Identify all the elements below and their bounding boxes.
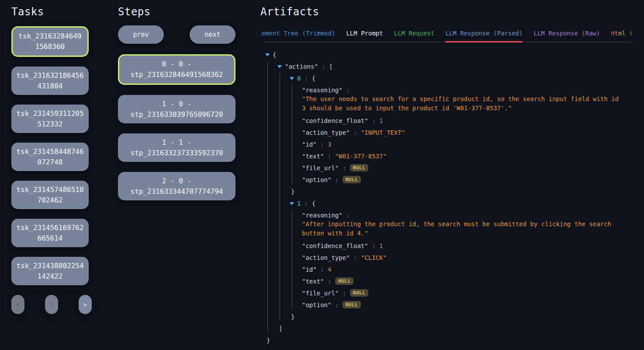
tree-caret-icon[interactable] (277, 65, 282, 68)
json-children: "reasoning" :"The user needs to search f… (290, 84, 631, 186)
task-button[interactable]: tsk_231632846491568360 (11, 26, 89, 57)
null-badge: NULL (350, 289, 369, 297)
tree-caret-icon[interactable] (265, 53, 270, 56)
json-row: "option" : NULL (302, 174, 631, 186)
json-string-value: "The user needs to search for a specific… (302, 94, 621, 113)
task-button[interactable]: tsk_231456169762665614 (11, 219, 89, 247)
tab-llm-request[interactable]: LLM Request (394, 30, 435, 42)
json-row: "action_type" : "INPUT_TEXT" (302, 126, 631, 138)
step-nav: prev next (118, 25, 235, 44)
task-button[interactable]: tsk_231632186456431804 (11, 66, 89, 95)
tab-llm-response-raw[interactable]: LLM Response (Raw) (533, 30, 600, 42)
null-badge: NULL (350, 164, 369, 172)
tab-html-raw[interactable]: Html (Raw) (611, 30, 631, 42)
tab-llm-prompt[interactable]: LLM Prompt (346, 30, 383, 42)
artifacts-panel: Artifacts Element Tree (Trimmed)LLM Prom… (260, 0, 631, 350)
tree-caret-icon[interactable] (290, 77, 294, 80)
json-row: } (290, 186, 631, 197)
json-row: "actions" : [ (277, 60, 631, 72)
tab-element-tree-trimmed[interactable]: Element Tree (Trimmed) (260, 30, 335, 42)
pagination-prev-button[interactable]: < (11, 295, 24, 314)
artifacts-title: Artifacts (260, 6, 631, 18)
task-button[interactable]: tsk_231438802254142422 (11, 257, 89, 285)
pagination-page-1-button[interactable]: 1 (45, 295, 58, 314)
task-button[interactable]: tsk_231457486510702462 (11, 181, 89, 209)
pagination-next-button[interactable]: > (79, 295, 92, 314)
steps-title: Steps (118, 6, 235, 18)
json-children: 0 : {"reasoning" :"The user needs to sea… (277, 72, 631, 322)
json-row: "reasoning" : (302, 84, 631, 96)
steps-panel: Steps prev next 0 - 0 - stp_231632846491… (118, 0, 235, 350)
json-row: "id" : 4 (302, 263, 631, 275)
tasks-pagination: < 1 > (11, 295, 92, 314)
active-tab-underline (445, 41, 523, 42)
tab-llm-response-parsed[interactable]: LLM Response (Parsed) (445, 30, 523, 42)
json-string-value: "After inputting the product id, the sea… (302, 220, 621, 238)
json-row: "id" : 3 (302, 138, 631, 150)
step-list: 0 - 0 - stp_2316328464915683621 - 0 - st… (118, 54, 235, 200)
json-row: "confidence_float" : 1 (302, 115, 631, 126)
steps-next-button[interactable]: next (190, 25, 235, 44)
steps-prev-button[interactable]: prev (118, 25, 164, 44)
json-tree: {"actions" : [0 : {"reasoning" :"The use… (265, 49, 631, 346)
json-children: "reasoning" :"After inputting the produc… (290, 209, 631, 311)
json-row: "action_type" : "CLICK" (302, 252, 631, 263)
app-root: Tasks tsk_231632846491568360tsk_23163218… (0, 0, 644, 350)
null-badge: NULL (335, 277, 354, 285)
json-row: "file_url" : NULL (302, 162, 631, 174)
json-row: "confidence_float" : 1 (302, 240, 631, 252)
json-children: "actions" : [0 : {"reasoning" :"The user… (265, 60, 631, 334)
json-row: "reasoning" : (302, 209, 631, 221)
tasks-title: Tasks (11, 6, 92, 18)
null-badge: NULL (343, 176, 361, 183)
json-row: } (265, 334, 631, 346)
step-button[interactable]: 1 - 1 - stp_231633237333592370 (118, 133, 235, 162)
step-button[interactable]: 1 - 0 - stp_231633039765096720 (118, 95, 235, 123)
step-button[interactable]: 0 - 0 - stp_231632846491568362 (118, 54, 235, 85)
tasks-panel: Tasks tsk_231632846491568360tsk_23163218… (11, 0, 92, 350)
json-row: 0 : { (290, 72, 631, 84)
json-row: } (290, 311, 631, 322)
task-button[interactable]: tsk_231458448746072748 (11, 143, 89, 171)
json-row: "file_url" : NULL (302, 287, 631, 299)
json-row: { (265, 49, 631, 60)
json-row: "option" : NULL (302, 299, 631, 311)
task-button[interactable]: tsk_231459311205512332 (11, 105, 89, 133)
json-row: 1 : { (290, 197, 631, 209)
null-badge: NULL (343, 301, 361, 308)
task-list: tsk_231632846491568360tsk_23163218645643… (11, 26, 92, 285)
json-row: "text" : "W01-377-8537" (302, 150, 631, 162)
json-row: "text" : NULL (302, 275, 631, 287)
artifacts-tabbar: Element Tree (Trimmed)LLM PromptLLM Requ… (265, 30, 631, 42)
json-row: ] (277, 322, 631, 334)
step-button[interactable]: 2 - 0 - stp_231633344707774794 (118, 172, 235, 200)
tree-caret-icon[interactable] (290, 202, 294, 205)
